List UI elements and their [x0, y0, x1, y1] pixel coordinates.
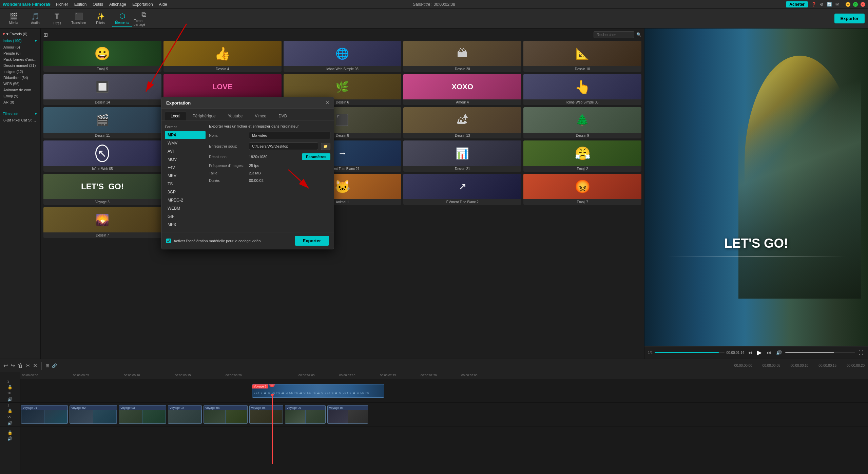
- update-icon[interactable]: 🔄: [827, 2, 832, 7]
- track-1-lock[interactable]: 🔒: [7, 409, 13, 413]
- sidebar-didacticiel[interactable]: Didacticiel (64): [0, 75, 40, 81]
- media-item-dessin21[interactable]: 📊 Dessin 21: [403, 140, 521, 172]
- format-gif[interactable]: GIF: [165, 212, 206, 221]
- search-icon[interactable]: 🔍: [636, 32, 641, 37]
- media-item-dessin20[interactable]: 🏔 Dessin 20: [403, 41, 521, 72]
- scissors-button[interactable]: ✂: [26, 362, 30, 369]
- format-mkv[interactable]: MKV: [165, 172, 206, 180]
- track-1-eye[interactable]: 👁: [7, 415, 13, 419]
- track-2-audio[interactable]: 🔊: [7, 397, 13, 402]
- link-button[interactable]: 🔗: [52, 363, 57, 368]
- fullscreen-button[interactable]: ⛶: [857, 349, 865, 356]
- sidebar-ar[interactable]: AR (8): [0, 99, 40, 105]
- media-item-emoji7[interactable]: 😡 Emoji 7: [523, 174, 641, 205]
- media-item-dessin13[interactable]: 🏕 Dessin 13: [403, 107, 521, 138]
- media-item-amour4[interactable]: XOXO Amour 4: [403, 74, 521, 105]
- sidebar-periple[interactable]: Périple (6): [0, 50, 40, 56]
- track-1-audio[interactable]: 🔊: [7, 421, 13, 425]
- params-button[interactable]: Paramètres: [302, 153, 330, 160]
- redo-button[interactable]: ↪: [11, 362, 15, 369]
- format-webm[interactable]: WEBM: [165, 204, 206, 212]
- sidebar-dessin-manuel[interactable]: Dessin manuel (21): [0, 62, 40, 69]
- media-item-icone-web-03[interactable]: 🌐 Icône Web Simple 03: [284, 41, 402, 72]
- media-item-dessin11[interactable]: 🎬 Dessin 11: [43, 107, 161, 138]
- setting-save-path[interactable]: [249, 143, 318, 150]
- dialog-export-button[interactable]: Exporter: [295, 236, 329, 246]
- grid-view-icon[interactable]: ⊞: [43, 32, 48, 38]
- export-tab-local[interactable]: Local: [165, 112, 186, 120]
- toolbar-effets[interactable]: ✨ Effets: [90, 10, 111, 27]
- menu-aide[interactable]: Aide: [159, 2, 167, 7]
- media-item-emoji2[interactable]: 😤 Emoji 2: [523, 140, 641, 172]
- export-tab-peripherique[interactable]: Périphérique: [187, 112, 221, 120]
- search-input[interactable]: [594, 31, 634, 38]
- format-mov[interactable]: MOV: [165, 155, 206, 164]
- hardware-accel-checkbox[interactable]: [166, 239, 171, 243]
- sidebar-emoji[interactable]: Emoji (9): [0, 93, 40, 99]
- maximize-button[interactable]: □: [853, 2, 858, 7]
- volume-slider[interactable]: [785, 352, 855, 353]
- playhead[interactable]: [272, 396, 273, 464]
- media-item-element-tuto2[interactable]: ↗ Élément Tuto Blanc 2: [403, 174, 521, 205]
- clip-voyage01[interactable]: Voyage 01: [21, 405, 68, 424]
- export-tab-dvd[interactable]: DVD: [273, 112, 293, 120]
- indus-section[interactable]: Indus (199) ▼: [0, 37, 40, 44]
- clip-voyage03[interactable]: Voyage 03: [119, 405, 166, 424]
- preview-progress-bar[interactable]: [655, 352, 725, 353]
- clip-voyage04b[interactable]: Voyage 04: [249, 405, 283, 424]
- format-3gp[interactable]: 3GP: [165, 188, 206, 196]
- setting-browse-button[interactable]: 📁: [321, 143, 330, 150]
- clip-voyage06[interactable]: Voyage 06: [327, 405, 368, 424]
- media-item-dessin9[interactable]: 🌲 Dessin 9: [523, 107, 641, 138]
- clip-remove-button[interactable]: ×: [269, 384, 275, 387]
- format-f4v[interactable]: F4V: [165, 164, 206, 172]
- media-item-icone-web5[interactable]: 👆 Icône Web Simple 05: [523, 74, 641, 105]
- sidebar-web[interactable]: WEB (56): [0, 81, 40, 87]
- media-item-emoji5[interactable]: 😀 Emoji 5: [43, 41, 161, 72]
- next-frame-button[interactable]: ⏭: [765, 349, 773, 356]
- sidebar-filmstock-item[interactable]: 8-Bit Pixel Cat Stick... (1): [0, 117, 40, 123]
- menu-fichier[interactable]: Fichier: [56, 2, 68, 7]
- menu-edition[interactable]: Edition: [74, 2, 87, 7]
- sidebar-animaux[interactable]: Animaux de compa... (11): [0, 87, 40, 93]
- minimize-button[interactable]: −: [846, 2, 850, 7]
- buy-button[interactable]: Acheter: [786, 1, 808, 7]
- toolbar-titres[interactable]: T Titres: [47, 10, 67, 27]
- close-clip-button[interactable]: ✕: [33, 362, 37, 369]
- clip-voyage02b[interactable]: Voyage 02: [168, 405, 202, 424]
- toolbar-media[interactable]: 🎬 Média: [3, 10, 24, 27]
- close-button[interactable]: ×: [861, 2, 865, 7]
- format-avi[interactable]: AVI: [165, 147, 206, 155]
- export-tab-youtube[interactable]: Youtube: [222, 112, 249, 120]
- media-item-dessin10[interactable]: 📐 Dessin 10: [523, 41, 641, 72]
- menu-outils[interactable]: Outils: [93, 2, 103, 7]
- settings-icon[interactable]: ⚙: [820, 2, 824, 7]
- toolbar-transition[interactable]: ⬛ Transition: [69, 10, 89, 27]
- track-2-lock[interactable]: 🔒: [7, 385, 13, 390]
- filmstock-header[interactable]: Filmstock ▼: [0, 110, 40, 117]
- export-tab-vimeo[interactable]: Vimeo: [249, 112, 272, 120]
- clip-voyage04a[interactable]: Voyage 04: [204, 405, 248, 424]
- toolbar-elements[interactable]: ⬡ Éléments: [112, 10, 132, 27]
- undo-button[interactable]: ↩: [3, 362, 8, 369]
- toolbar-audio[interactable]: 🎵 Audio: [25, 10, 45, 27]
- media-item-dessin14[interactable]: 🔲 Dessin 14: [43, 74, 161, 105]
- prev-frame-button[interactable]: ⏮: [746, 349, 754, 356]
- sidebar-insigne[interactable]: Insigne (12): [0, 69, 40, 75]
- setting-name-input[interactable]: [249, 132, 330, 139]
- clip-voyage05[interactable]: Voyage 05: [285, 405, 326, 424]
- help-icon[interactable]: ❓: [811, 2, 816, 7]
- media-item-dessin4[interactable]: 👍 Dessin 4: [163, 41, 282, 72]
- format-ts[interactable]: TS: [165, 180, 206, 188]
- format-mp4[interactable]: MP4: [165, 131, 206, 139]
- sidebar-amour[interactable]: Amour (6): [0, 44, 40, 50]
- snap-button[interactable]: ⊞: [46, 363, 49, 368]
- audio-track-lock[interactable]: 🔒: [7, 430, 13, 435]
- volume-button[interactable]: 🔊: [775, 349, 783, 356]
- menu-affichage[interactable]: Affichage: [109, 2, 126, 7]
- audio-track-mute[interactable]: 🔊: [7, 436, 13, 441]
- format-mp3[interactable]: MP3: [165, 221, 206, 229]
- clip-voyage02a[interactable]: Voyage 02: [70, 405, 117, 424]
- format-wmv[interactable]: WMV: [165, 139, 206, 147]
- media-item-icone-web05[interactable]: ↖ Icône Web 05: [43, 140, 161, 172]
